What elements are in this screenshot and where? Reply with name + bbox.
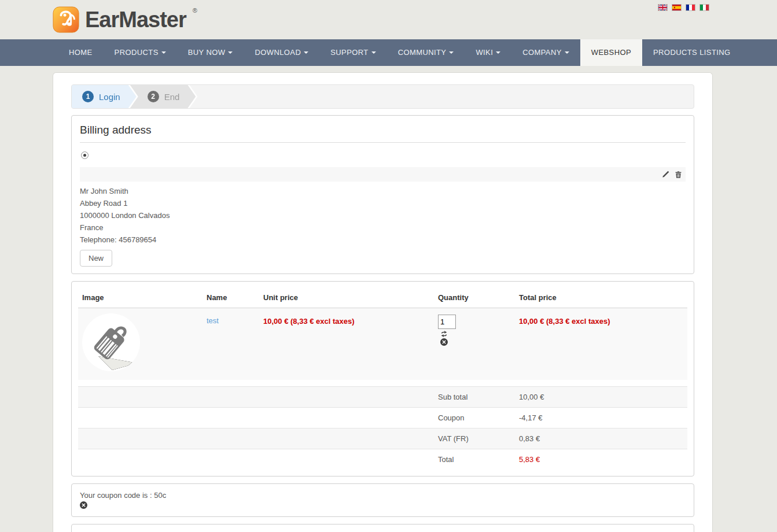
remove-item-icon[interactable] (440, 338, 515, 346)
nav-item-products[interactable]: PRODUCTS (104, 39, 177, 66)
summary-label: Sub total (434, 387, 515, 407)
unit-price: 10,00 € (8,33 € excl taxes) (259, 308, 434, 326)
caret-down-icon (449, 51, 454, 54)
dismiss-coupon-icon[interactable] (80, 501, 87, 509)
nav-item-support[interactable]: SUPPORT (319, 39, 386, 66)
step-login[interactable]: 1 Login (72, 85, 137, 108)
delete-address-icon[interactable] (675, 171, 682, 179)
col-name: Name (202, 288, 259, 308)
summary-label: Total (434, 449, 515, 470)
address-line: 1000000 London Calvados (80, 209, 686, 221)
col-unit-price: Unit price (259, 288, 434, 308)
total-price: 10,00 € (8,33 € excl taxes) (515, 308, 687, 326)
logo-text: EarMaster (85, 9, 186, 31)
quantity-input[interactable] (438, 315, 456, 329)
nav-item-webshop[interactable]: WEBSHOP (580, 39, 642, 66)
address-line: Telephone: 456789654 (80, 234, 686, 246)
nav-item-buy-now[interactable]: BUY NOW (177, 39, 244, 66)
address-block: Mr John Smith Abbey Road 1 1000000 Londo… (80, 185, 686, 246)
cart-item-row: test 10,00 € (8,33 € excl taxes) (78, 308, 687, 380)
registered-mark: ® (193, 7, 197, 14)
flag-spain-icon[interactable] (672, 4, 682, 11)
site-header: EarMaster ® (0, 0, 777, 39)
address-header-bar (80, 167, 686, 182)
summary-row-total: Total 5,83 € (78, 449, 687, 470)
logo: EarMaster ® (53, 6, 197, 33)
summary-row-subtotal: Sub total 10,00 € (78, 386, 687, 407)
step-number-badge: 1 (82, 91, 94, 102)
nav-item-community[interactable]: COMMUNITY (387, 39, 465, 66)
caret-down-icon (228, 51, 233, 54)
new-address-button[interactable]: New (80, 250, 112, 267)
earmaster-logo-icon (53, 6, 79, 33)
col-total-price: Total price (515, 288, 687, 308)
language-switcher (658, 4, 709, 11)
step-number-badge: 2 (148, 91, 159, 102)
col-image: Image (78, 288, 202, 308)
caret-down-icon (371, 51, 376, 54)
summary-row-coupon: Coupon -4,17 € (78, 407, 687, 428)
cart-panel: Image Name Unit price Quantity Total pri… (71, 281, 694, 476)
flag-france-icon[interactable] (686, 4, 695, 11)
flag-uk-icon[interactable] (658, 4, 668, 11)
address-line: France (80, 221, 686, 234)
panel-title: Billing address (80, 123, 686, 143)
edit-address-icon[interactable] (661, 171, 669, 179)
step-end[interactable]: 2 End (130, 85, 196, 108)
product-image (82, 313, 140, 371)
billing-address-panel: Billing address Mr John Smith Abbey Road… (71, 115, 694, 274)
coupon-text: Your coupon code is : 50c (80, 491, 686, 500)
address-radio[interactable] (81, 152, 89, 159)
main-nav: HOME PRODUCTS BUY NOW DOWNLOAD SUPPORT C… (0, 39, 777, 66)
flag-italy-icon[interactable] (699, 4, 709, 11)
summary-label: Coupon (434, 408, 515, 428)
update-quantity-icon[interactable] (440, 330, 515, 338)
caret-down-icon (161, 51, 166, 54)
coupon-notice: Your coupon code is : 50c (71, 483, 694, 517)
nav-item-products-listing[interactable]: PRODUCTS LISTING (642, 39, 742, 66)
summary-row-vat: VAT (FR) 0,83 € (78, 428, 687, 449)
nav-item-wiki[interactable]: WIKI (465, 39, 511, 66)
cart-summary: Sub total 10,00 € Coupon -4,17 € VAT (FR… (78, 386, 687, 470)
cart-table-header: Image Name Unit price Quantity Total pri… (78, 288, 687, 308)
step-label: End (164, 92, 180, 102)
summary-value: 5,83 € (515, 449, 687, 470)
caret-down-icon (565, 51, 569, 54)
summary-value: 0,83 € (515, 428, 687, 449)
nav-item-download[interactable]: DOWNLOAD (244, 39, 319, 66)
content-container: 1 Login 2 End Billing address (53, 72, 713, 532)
checkout-steps: 1 Login 2 End (71, 84, 694, 109)
nav-item-home[interactable]: HOME (58, 39, 104, 66)
address-line: Abbey Road 1 (80, 197, 686, 209)
caret-down-icon (304, 51, 308, 54)
nav-item-company[interactable]: COMPANY (511, 39, 580, 66)
product-name-link[interactable]: test (202, 308, 219, 325)
col-quantity: Quantity (434, 288, 515, 308)
summary-value: -4,17 € (515, 408, 687, 428)
summary-label: VAT (FR) (434, 428, 515, 449)
summary-value: 10,00 € (515, 387, 687, 407)
caret-down-icon (496, 51, 500, 54)
address-line: Mr John Smith (80, 185, 686, 197)
billing-address-panel-2: Billing address (71, 524, 694, 532)
step-label: Login (99, 92, 120, 102)
